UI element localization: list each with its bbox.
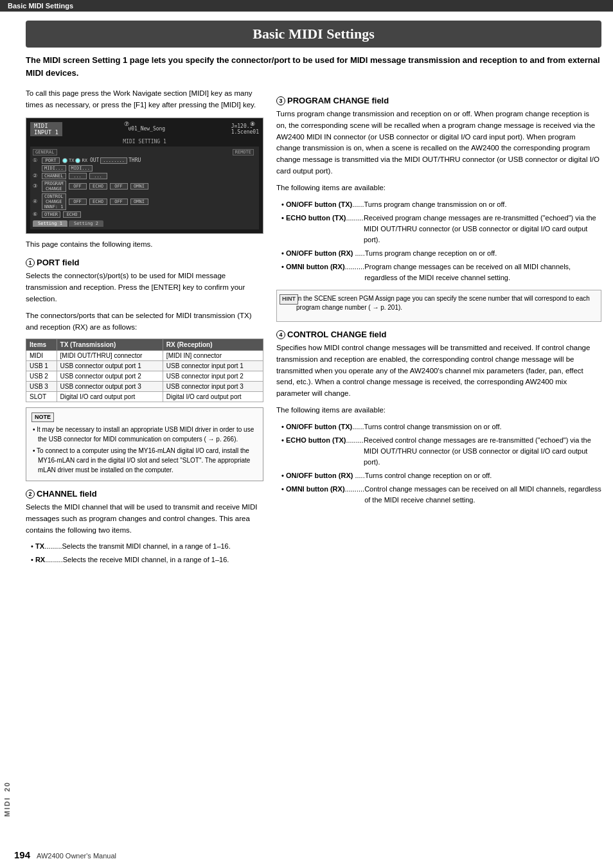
intro-text: The MIDI screen Setting 1 page lets you …	[26, 54, 601, 79]
screen-pgm-row: ③ PROGRAMCHANGE OFF ECHO OFF OMNI	[33, 181, 256, 192]
section3-heading: 3 PROGRAM CHANGE field	[276, 96, 601, 105]
screen-off2: OFF	[110, 183, 128, 190]
table-header-rx: RX (Reception)	[163, 339, 263, 350]
bullet-item: • RX.........Selects the receive MIDI ch…	[31, 554, 263, 565]
hint-box: HINT In the SCENE screen PGM Assign page…	[276, 290, 601, 322]
screen-midi-label: MIDIINPUT 1	[30, 122, 62, 136]
section4-available: The following items are available:	[276, 405, 601, 416]
screen-tab-setting1: Setting 1	[33, 220, 67, 227]
right-column: 3 PROGRAM CHANGE field Turns program cha…	[276, 88, 601, 569]
screen-ctrl-row: ④ CONTROLCHANGENNNF: 1 OFF ECHO OFF OMNI	[33, 193, 256, 210]
screen-setting-title: MIDI SETTING 1	[30, 139, 259, 145]
table-header-items: Items	[26, 339, 57, 350]
screen-midi-box2: MIDI...	[69, 165, 93, 172]
screen-body: GENERAL REMOTE ① PORT TX RX OUT ........…	[30, 146, 259, 229]
screen-out-label: OUT	[90, 157, 99, 163]
side-midi-label: MIDI	[3, 797, 11, 817]
screen-other-row: ⑥ OTHER ECHO	[33, 211, 256, 218]
note-bullet: • It may be necessary to install an appr…	[31, 425, 258, 444]
bullet-item: • ON/OFF button (RX) .....Turns program …	[281, 248, 601, 259]
table-cell: USB connector output port 1	[57, 360, 163, 371]
table-cell: USB connector input port 2	[163, 371, 263, 381]
screen-ch-box2: ...	[89, 173, 107, 179]
screen-remote-label: REMOTE	[233, 149, 254, 155]
screen-top-bar: MIDIINPUT 1 001_New_Song J=120.01.Scene0…	[30, 122, 259, 136]
midi-table: Items TX (Transmission) RX (Reception) M…	[26, 339, 263, 402]
screen-general-label: GENERAL	[33, 149, 57, 155]
table-cell: USB 3	[26, 381, 57, 391]
section4-bullets: • ON/OFF button (TX)......Turns control …	[276, 421, 601, 506]
section2-title: CHANNEL field	[37, 489, 97, 499]
section3-para1: Turns program change transmission and re…	[276, 109, 601, 177]
screen-tx-rx-row: ① PORT TX RX OUT ........ THRU	[33, 157, 256, 164]
callout-1: 1	[26, 258, 35, 267]
table-cell: [MIDI IN] connector	[163, 350, 263, 360]
main-content: Basic MIDI Settings The MIDI screen Sett…	[14, 21, 613, 594]
screen-rx-radio	[75, 158, 80, 163]
section1-heading: 1 PORT field	[26, 258, 263, 267]
screen-ctrl-label: CONTROLCHANGENNNF: 1	[42, 193, 66, 210]
bullet-item: • TX.........Selects the transmit MIDI c…	[31, 541, 263, 552]
table-cell: [MIDI OUT/THRU] connector	[57, 350, 163, 360]
note-box: NOTE • It may be necessary to install an…	[26, 407, 263, 482]
screen-out-box: ........	[100, 157, 127, 164]
screen-port-row: MIDI... MIDI...	[33, 165, 256, 172]
table-cell: USB connector input port 1	[163, 360, 263, 371]
section3-available: The following items are available:	[276, 182, 601, 194]
callout-3: 3	[276, 96, 285, 105]
footer: 194 AW2400 Owner's Manual	[14, 849, 116, 860]
callout-7: ⑦	[123, 121, 130, 127]
section3-bullets: • ON/OFF button (TX)......Turns program …	[276, 199, 601, 283]
screen-off1: OFF	[69, 183, 87, 190]
left-para1: To call this page press the Work Navigat…	[26, 88, 263, 111]
page-number: 194	[14, 849, 30, 860]
table-cell: USB connector input port 3	[163, 381, 263, 391]
section1-para1: Selects the connector(s)/port(s) to be u…	[26, 270, 263, 305]
section3-title: PROGRAM CHANGE field	[287, 96, 389, 105]
screen-mockup: ⑦ ⑧ MIDIINPUT 1 001_New_Song J=120.01.Sc…	[26, 118, 263, 234]
bullet-item: • ON/OFF button (TX)......Turns program …	[281, 199, 601, 210]
screen-pgm-label: PROGRAMCHANGE	[42, 181, 66, 192]
screen-thru-label: THRU	[129, 157, 141, 163]
table-header-tx: TX (Transmission)	[57, 339, 163, 350]
bullet-item: • OMNI button (RX)..........Program chan…	[281, 261, 601, 283]
screen-song-name: 001_New_Song	[62, 126, 231, 132]
table-cell: SLOT	[26, 391, 57, 402]
section1-title: PORT field	[37, 258, 79, 267]
bullet-item: • ECHO button (TX).........Received cont…	[281, 435, 601, 468]
screen-other-label: OTHER	[42, 211, 60, 218]
callout-4: 4	[276, 330, 285, 339]
bullet-item: • OMNI button (RX)..........Control chan…	[281, 484, 601, 506]
screen-tab-setting2: Setting 2	[69, 220, 103, 227]
section4-heading: 4 CONTROL CHANGE field	[276, 330, 601, 339]
screen-ch-box1: ...	[69, 173, 87, 179]
screen-channel-label: CHANNEL	[42, 173, 66, 179]
table-cell: USB 1	[26, 360, 57, 371]
section2-para: Selects the MIDI channel that will be us…	[26, 502, 263, 536]
screen-port-label: PORT	[42, 157, 60, 164]
note-bullet: • To connect to a computer using the MY1…	[31, 446, 258, 475]
screen-omni2: OMNI	[130, 199, 148, 205]
section2-bullets: • TX.........Selects the transmit MIDI c…	[26, 541, 263, 565]
screen-omni1: OMNI	[130, 183, 148, 190]
screen-midi-box: MIDI...	[42, 165, 66, 172]
table-cell: USB connector output port 2	[57, 371, 163, 381]
left-column: To call this page press the Work Navigat…	[26, 88, 263, 569]
bullet-item: • ON/OFF button (RX) .....Turns control …	[281, 470, 601, 481]
top-bar-label: Basic MIDI Settings	[8, 2, 73, 10]
table-cell: Digital I/O card output port	[163, 391, 263, 402]
section2-heading: 2 CHANNEL field	[26, 489, 263, 499]
table-cell: USB 2	[26, 371, 57, 381]
hint-text: In the SCENE screen PGM Assign page you …	[296, 294, 596, 312]
note-label: NOTE	[31, 412, 54, 423]
screen-general-row: GENERAL REMOTE	[33, 149, 256, 155]
screen-off4: OFF	[110, 199, 128, 205]
screen-off3: OFF	[69, 199, 87, 205]
note-bullets: • It may be necessary to install an appr…	[31, 425, 258, 475]
table-cell: USB connector output port 3	[57, 381, 163, 391]
top-bar: Basic MIDI Settings	[0, 0, 613, 12]
chapter-title: Basic MIDI Settings	[26, 21, 601, 48]
page-manual: AW2400 Owner's Manual	[37, 852, 116, 860]
section4-title: CONTROL CHANGE field	[287, 330, 386, 339]
screen-channel-row: ② CHANNEL ... ...	[33, 173, 256, 179]
